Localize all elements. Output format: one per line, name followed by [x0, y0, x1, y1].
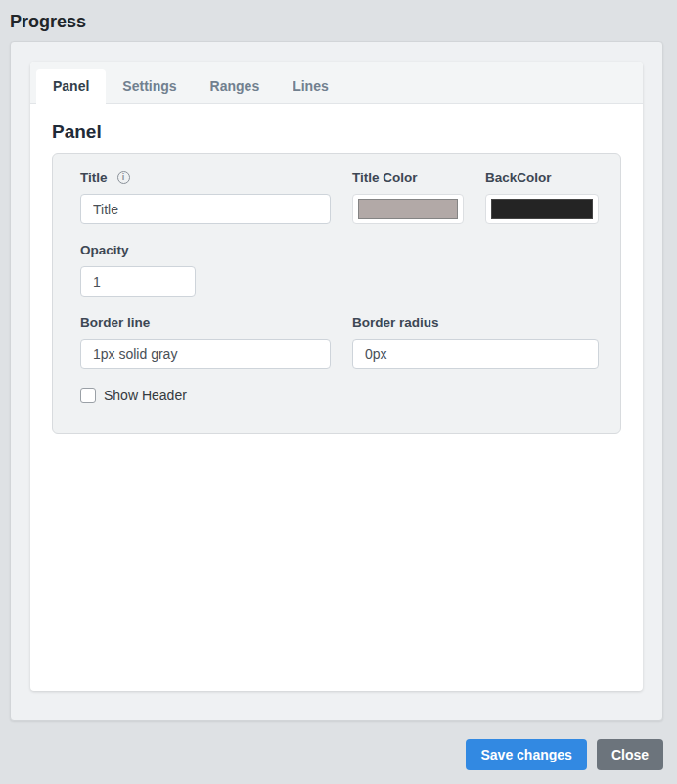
back-color-label: BackColor	[485, 170, 599, 185]
tab-bar: Panel Settings Ranges Lines	[30, 62, 643, 104]
form-row-border: Border line Border radius	[80, 315, 594, 369]
opacity-label: Opacity	[80, 243, 196, 257]
border-radius-label: Border radius	[352, 315, 599, 330]
show-header-label[interactable]: Show Header	[104, 388, 187, 403]
title-color-group: Title Color	[352, 170, 464, 224]
title-input[interactable]	[80, 194, 331, 224]
form-row-opacity: Opacity	[80, 243, 594, 297]
info-icon[interactable]: i	[117, 171, 130, 184]
opacity-field-group: Opacity	[80, 243, 196, 297]
close-button[interactable]: Close	[597, 739, 663, 770]
border-radius-input[interactable]	[352, 339, 599, 369]
back-color-picker[interactable]	[485, 194, 599, 224]
border-line-group: Border line	[80, 315, 331, 369]
border-line-label: Border line	[80, 315, 331, 330]
tab-ranges[interactable]: Ranges	[194, 69, 277, 104]
show-header-row: Show Header	[80, 388, 594, 403]
page-title: Progress	[0, 0, 677, 41]
progress-dialog: Panel Settings Ranges Lines Panel Title …	[10, 41, 663, 721]
title-color-swatch	[358, 199, 458, 219]
title-label-text: Title	[80, 170, 108, 185]
tab-content-panel: Panel Title i Title Color	[30, 104, 643, 691]
save-changes-button[interactable]: Save changes	[466, 739, 586, 770]
title-color-label: Title Color	[352, 170, 464, 185]
title-field-group: Title i	[80, 170, 331, 224]
opacity-input[interactable]	[80, 266, 196, 297]
form-row-title-colors: Title i Title Color BackColor	[80, 170, 594, 224]
border-line-input[interactable]	[80, 339, 331, 369]
section-heading: Panel	[52, 121, 621, 143]
border-radius-group: Border radius	[352, 315, 599, 369]
tab-settings[interactable]: Settings	[106, 69, 193, 104]
show-header-checkbox[interactable]	[80, 388, 96, 403]
title-label: Title i	[80, 170, 331, 185]
tab-card: Panel Settings Ranges Lines Panel Title …	[30, 62, 643, 691]
tab-lines[interactable]: Lines	[276, 69, 345, 104]
panel-fieldset: Title i Title Color BackColor	[52, 153, 621, 434]
dialog-footer: Save changes Close	[0, 721, 677, 770]
tab-panel[interactable]: Panel	[36, 69, 106, 104]
back-color-swatch	[491, 199, 593, 219]
title-color-picker[interactable]	[352, 194, 464, 224]
back-color-group: BackColor	[485, 170, 599, 224]
